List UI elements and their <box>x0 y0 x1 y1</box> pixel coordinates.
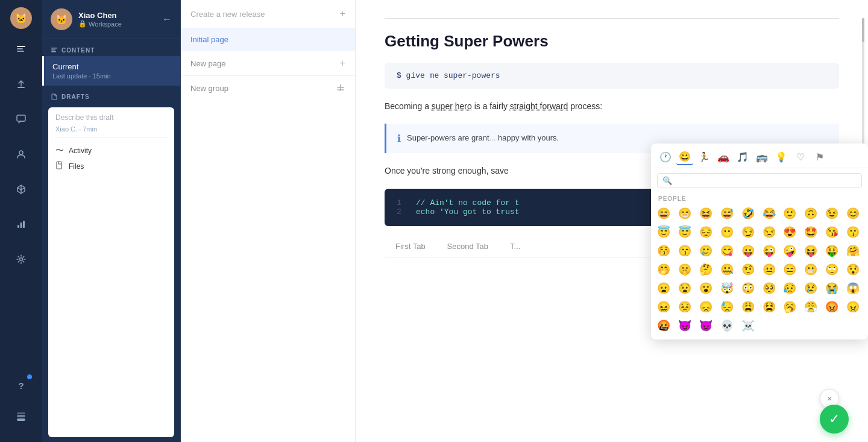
stack-icon[interactable] <box>10 406 32 428</box>
emoji-cell[interactable]: 🥺 <box>760 279 778 297</box>
emoji-cell[interactable]: 😡 <box>823 298 841 316</box>
help-button[interactable]: ? <box>10 374 32 396</box>
add-release-button[interactable]: + <box>340 8 345 19</box>
emoji-tab-recent[interactable]: 🕐 <box>657 148 674 165</box>
emoji-cell[interactable]: 😚 <box>655 242 673 260</box>
emoji-tab-people[interactable]: 😀 <box>676 148 693 165</box>
emoji-tab-nature[interactable]: 🏃 <box>696 148 712 165</box>
emoji-cell[interactable]: 🤨 <box>739 260 757 279</box>
svg-rect-2 <box>17 51 24 52</box>
sidebar-icon-people[interactable] <box>10 144 32 165</box>
emoji-cell[interactable]: 😓 <box>718 298 736 316</box>
emoji-cell[interactable]: 😳 <box>739 279 757 297</box>
emoji-cell[interactable]: 🥲 <box>697 242 715 260</box>
emoji-cell[interactable]: 😧 <box>676 279 694 297</box>
emoji-cell[interactable]: 😦 <box>655 279 673 297</box>
tab-second[interactable]: Second Tab <box>436 237 499 257</box>
emoji-cell[interactable]: 🥱 <box>781 298 799 316</box>
emoji-cell[interactable]: 😑 <box>781 260 799 279</box>
sidebar-icon-share[interactable] <box>10 74 32 95</box>
emoji-cell[interactable]: 😢 <box>802 279 820 297</box>
emoji-cell[interactable]: 😉 <box>823 204 841 223</box>
emoji-cell[interactable]: 👿 <box>697 317 715 335</box>
page-item-new[interactable]: New page + <box>181 51 355 76</box>
emoji-cell[interactable]: 🙄 <box>823 260 841 279</box>
emoji-cell[interactable]: 😱 <box>844 279 862 297</box>
emoji-cell[interactable]: 😩 <box>739 298 757 316</box>
emoji-cell[interactable]: 😤 <box>802 298 820 316</box>
emoji-cell[interactable]: 😇 <box>655 223 673 241</box>
emoji-tab-objects[interactable]: 💡 <box>773 148 790 165</box>
emoji-tab-music[interactable]: 🎵 <box>734 148 751 165</box>
sidebar-icon-cube[interactable] <box>10 178 32 200</box>
sidebar-avatar[interactable]: 🐱 <box>10 7 32 29</box>
emoji-cell[interactable]: 🤯 <box>718 279 736 297</box>
emoji-cell[interactable]: 😶 <box>718 223 736 241</box>
add-page-button[interactable]: + <box>340 58 345 69</box>
sidebar-icon-text[interactable] <box>10 39 32 60</box>
sidebar-icon-chart[interactable] <box>10 213 32 235</box>
emoji-cell[interactable]: 🤭 <box>655 260 673 279</box>
emoji-cell[interactable]: 😐 <box>760 260 778 279</box>
emoji-search-input[interactable] <box>676 176 857 185</box>
emoji-cell[interactable]: 😋 <box>718 242 736 260</box>
add-group-button[interactable] <box>336 83 345 94</box>
emoji-cell[interactable]: 🤪 <box>781 242 799 260</box>
emoji-cell[interactable]: 🤫 <box>676 260 694 279</box>
emoji-cell[interactable]: 🙃 <box>802 204 820 223</box>
emoji-cell[interactable]: 😜 <box>760 242 778 260</box>
emoji-cell[interactable]: 😆 <box>697 204 715 223</box>
emoji-cell[interactable]: 😊 <box>844 204 862 223</box>
emoji-cell[interactable]: 😔 <box>697 223 715 241</box>
sidebar-icon-comments[interactable] <box>10 109 32 130</box>
emoji-cell[interactable]: 😗 <box>844 223 862 241</box>
emoji-cell[interactable]: 😣 <box>676 298 694 316</box>
emoji-cell[interactable]: 😁 <box>676 204 694 223</box>
emoji-cell[interactable]: 😠 <box>844 298 862 316</box>
emoji-cell[interactable]: 🤩 <box>802 223 820 241</box>
emoji-cell[interactable]: 🙂 <box>781 204 799 223</box>
emoji-cell[interactable]: 😄 <box>655 204 673 223</box>
emoji-cell[interactable]: 😫 <box>760 298 778 316</box>
emoji-cell[interactable]: 🤣 <box>739 204 757 223</box>
emoji-cell[interactable]: 💀 <box>718 317 736 335</box>
emoji-cell[interactable]: ☠️ <box>739 317 757 335</box>
emoji-cell[interactable]: 😂 <box>760 204 778 223</box>
emoji-cell[interactable]: 🤗 <box>844 242 862 260</box>
emoji-tab-hearts[interactable]: ♡ <box>792 148 809 165</box>
back-button[interactable]: ← <box>162 14 172 25</box>
emoji-cell[interactable]: 😅 <box>718 204 736 223</box>
emoji-cell[interactable]: 🤑 <box>823 242 841 260</box>
sidebar-icon-settings[interactable] <box>10 248 32 270</box>
emoji-tab-flags[interactable]: ⚑ <box>811 148 828 165</box>
emoji-tab-food[interactable]: 🚗 <box>715 148 732 165</box>
emoji-cell[interactable]: 😘 <box>823 223 841 241</box>
tab-first[interactable]: First Tab <box>385 237 436 257</box>
emoji-cell[interactable]: 😯 <box>844 260 862 279</box>
emoji-cell[interactable]: 😞 <box>697 298 715 316</box>
emoji-cell[interactable]: 😝 <box>802 242 820 260</box>
confirm-button[interactable]: ✓ <box>820 405 849 434</box>
group-item-new[interactable]: New group <box>181 76 355 101</box>
emoji-cell[interactable]: 😥 <box>781 279 799 297</box>
emoji-cell[interactable]: 🤔 <box>697 260 715 279</box>
tab-third[interactable]: T... <box>499 237 531 257</box>
emoji-cell[interactable]: 😇 <box>676 223 694 241</box>
emoji-cell[interactable]: 🤬 <box>655 317 673 335</box>
emoji-tab-transport[interactable]: 🚌 <box>753 148 770 165</box>
emoji-cell[interactable]: 😏 <box>739 223 757 241</box>
draft-files-item[interactable]: Files <box>55 159 167 174</box>
emoji-cell[interactable]: 😭 <box>823 279 841 297</box>
emoji-cell[interactable]: 😍 <box>781 223 799 241</box>
content-item-current[interactable]: Current Last update · 15min <box>42 56 180 86</box>
page-item-initial[interactable]: Initial page <box>181 28 355 51</box>
emoji-cell[interactable]: 😈 <box>676 317 694 335</box>
emoji-cell[interactable]: 😖 <box>655 298 673 316</box>
emoji-cell[interactable]: 😬 <box>802 260 820 279</box>
emoji-cell[interactable]: 😙 <box>676 242 694 260</box>
draft-activity-item[interactable]: 〜 Activity <box>55 143 167 159</box>
emoji-cell[interactable]: 😮 <box>697 279 715 297</box>
emoji-cell[interactable]: 😛 <box>739 242 757 260</box>
emoji-cell[interactable]: 🤐 <box>718 260 736 279</box>
emoji-cell[interactable]: 😒 <box>760 223 778 241</box>
